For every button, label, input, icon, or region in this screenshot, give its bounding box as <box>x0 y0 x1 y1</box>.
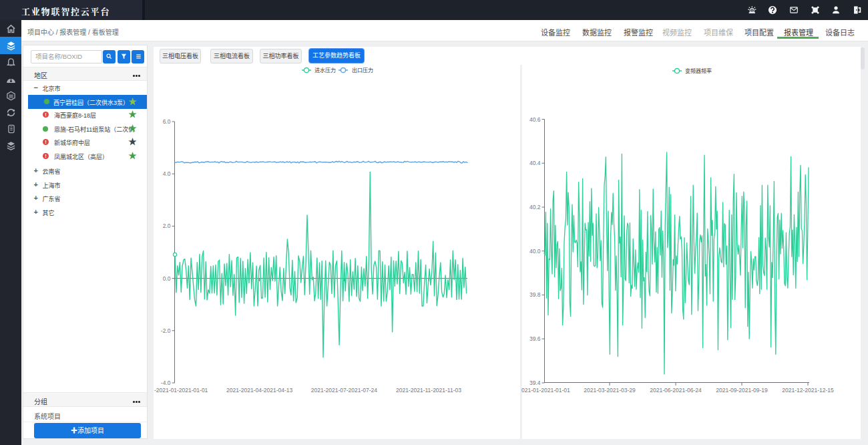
svg-text:6.0: 6.0 <box>163 118 171 125</box>
svg-text:2021-03-2021-03-29: 2021-03-2021-03-29 <box>584 387 636 394</box>
svg-text:进水压力: 进水压力 <box>314 67 336 73</box>
svg-text:出口压力: 出口压力 <box>352 67 373 73</box>
svg-text:2021-06-2021-06-24: 2021-06-2021-06-24 <box>650 387 702 394</box>
svg-text:变频器频率: 变频器频率 <box>685 67 712 74</box>
svg-text:39.4: 39.4 <box>529 380 541 386</box>
svg-text:40.2: 40.2 <box>529 204 541 210</box>
svg-text:0.0: 0.0 <box>163 275 171 282</box>
svg-text:2021-2021-07-2021-07-24: 2021-2021-07-2021-07-24 <box>311 387 378 394</box>
svg-text:39.6: 39.6 <box>529 335 541 342</box>
svg-text:-2021-01-2021-01-01: -2021-01-2021-01-01 <box>154 387 208 394</box>
svg-text:40.6: 40.6 <box>529 116 541 123</box>
svg-text:2021-2021-11-2021-11-03: 2021-2021-11-2021-11-03 <box>396 387 461 394</box>
svg-text:-4.0: -4.0 <box>161 380 171 386</box>
svg-text:2.0: 2.0 <box>163 222 171 229</box>
svg-text:021-01-2021-01-01: 021-01-2021-01-01 <box>521 387 570 394</box>
svg-text:2021-2021-04-2021-04-13: 2021-2021-04-2021-04-13 <box>226 387 293 394</box>
svg-text:-2.0: -2.0 <box>161 327 171 334</box>
svg-text:2021-12-2021-12-15: 2021-12-2021-12-15 <box>782 387 834 394</box>
svg-text:40.4: 40.4 <box>529 160 541 166</box>
svg-text:2021-09-2021-09-19: 2021-09-2021-09-19 <box>716 387 768 394</box>
svg-text:4.0: 4.0 <box>163 170 171 177</box>
svg-text:40.0: 40.0 <box>529 248 541 255</box>
svg-text:39.8: 39.8 <box>529 291 541 298</box>
